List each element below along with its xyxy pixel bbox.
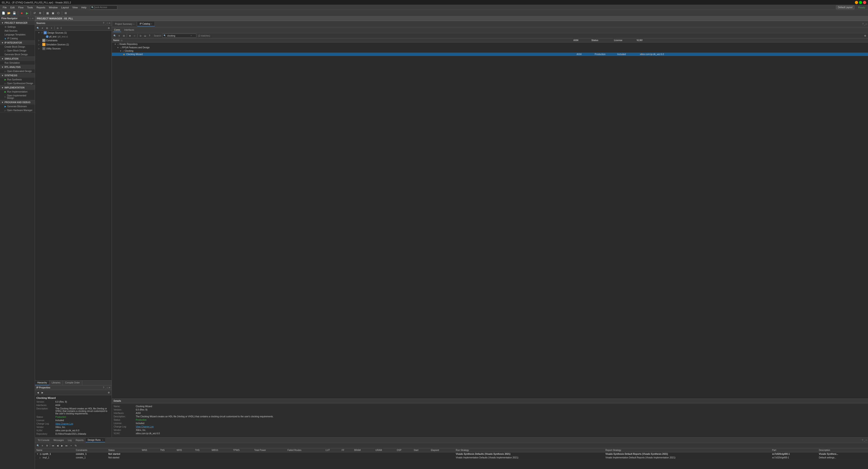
col-header-wns[interactable]: WNS — [141, 448, 159, 452]
nav-section-ip-integrator-header[interactable]: ▼ IP INTEGRATOR — [0, 41, 35, 45]
menu-flow[interactable]: Flow — [17, 6, 25, 9]
ip-catalog-expand-btn[interactable]: ⊟ — [122, 34, 126, 38]
nav-item-open-implemented-design[interactable]: ▷ Open Implemented Design — [0, 94, 35, 100]
ip-props-close-icon[interactable]: × — [109, 387, 110, 389]
btm-tab-design-runs[interactable]: Design Runs × — [86, 438, 105, 442]
menu-edit[interactable]: Edit — [8, 6, 17, 9]
tab-bar-help[interactable]: ? — [862, 23, 864, 25]
toolbar-stop[interactable]: ■ — [19, 11, 24, 15]
sources-help-icon[interactable]: ? — [103, 22, 104, 24]
sources-expand-btn[interactable]: ⊟ — [45, 26, 49, 30]
tab-project-summary-close[interactable]: × — [133, 23, 134, 25]
nav-item-generate-block-design[interactable]: Generate Block Design — [0, 53, 35, 57]
tab-hierarchy[interactable]: Hierarchy — [35, 380, 50, 385]
col-header-wbss[interactable]: WBSS — [210, 448, 231, 452]
flow-nav-close[interactable]: × — [32, 17, 33, 20]
nav-item-run-synthesis[interactable]: ▶ Run Synthesis — [0, 78, 35, 81]
tab-ip-catalog[interactable]: IP Catalog × — [137, 22, 155, 26]
minimize-button[interactable] — [855, 1, 858, 4]
ip-col-header-axi4[interactable]: AXI4 — [574, 39, 591, 41]
tree-item-pll-test[interactable]: v pll_test (pll_test.v) — [35, 35, 112, 38]
col-header-tns[interactable]: TNS — [159, 448, 175, 452]
quick-access-search[interactable]: 🔍 Quick Access — [90, 5, 117, 9]
sources-minimize-icon[interactable]: _ — [105, 22, 106, 24]
nav-section-simulation-header[interactable]: ▼ SIMULATION — [0, 57, 35, 61]
col-header-ff[interactable]: FF — [340, 448, 353, 452]
col-header-tpws[interactable]: TPWS — [231, 448, 253, 452]
nav-item-language-templates[interactable]: Language Templates — [0, 33, 35, 37]
nav-item-open-elaborated-design[interactable]: ▷ Open Elaborated Design — [0, 69, 35, 73]
menu-file[interactable]: File — [1, 6, 8, 9]
bottom-settings-btn[interactable]: ⚙ — [45, 443, 49, 447]
bottom-collapse-btn[interactable]: ≡ — [40, 443, 44, 447]
tab-ip-catalog-close[interactable]: × — [151, 23, 152, 25]
bottom-prev-btn[interactable]: ◀ — [56, 443, 60, 447]
nav-item-open-hardware-manager[interactable]: ▷ Open Hardware Manager — [0, 108, 35, 112]
ip-row-clocking-wizard[interactable]: ◈ Clocking Wizard AXI4 Production Includ… — [112, 53, 868, 56]
bottom-min-icon[interactable]: _ — [864, 439, 865, 441]
nav-item-run-simulation[interactable]: Run Simulation — [0, 61, 35, 65]
col-header-part[interactable]: Part — [771, 448, 817, 452]
flow-nav-restore[interactable]: □ — [30, 17, 31, 20]
toolbar-save[interactable]: 💾 — [12, 11, 17, 15]
toolbar-open[interactable]: 📂 — [6, 11, 11, 15]
ip-props-min-icon[interactable]: _ — [105, 387, 106, 389]
sources-close-icon[interactable]: × — [109, 22, 110, 24]
subtab-interfaces[interactable]: Interfaces — [123, 28, 135, 32]
toolbar-extra[interactable]: ⊞ — [63, 11, 68, 15]
ip-props-max-icon[interactable]: □ — [107, 387, 108, 389]
nav-section-synthesis-header[interactable]: ▼ SYNTHESIS — [0, 73, 35, 78]
sources-settings-btn[interactable]: ⚙ — [106, 26, 111, 30]
maximize-button[interactable] — [859, 1, 862, 4]
nav-item-generate-bitstream[interactable]: ▶ Generate Bitstream — [0, 104, 35, 108]
col-header-bram[interactable]: BRAM — [353, 448, 374, 452]
sources-collapse-btn[interactable]: ≡ — [40, 26, 44, 30]
synth1-expand[interactable]: ▼ — [36, 453, 39, 455]
nav-section-implementation-header[interactable]: ▼ IMPLEMENTATION — [0, 86, 35, 90]
ip-row-clocking[interactable]: ▼ ◁ Clocking — [112, 49, 868, 53]
sources-add-btn[interactable]: + — [50, 26, 54, 30]
ip-col-header-name[interactable]: Name ↑ 1 — [113, 39, 574, 41]
ip-search-input[interactable] — [167, 35, 190, 37]
btm-tab-design-runs-close[interactable]: × — [102, 439, 103, 441]
ip-search-box[interactable]: 🔍 × — [162, 34, 196, 38]
ip-catalog-search-btn[interactable]: 🔍 — [113, 34, 117, 38]
bottom-search-btn[interactable]: 🔍 — [36, 443, 40, 447]
sources-maximize-icon[interactable]: □ — [107, 22, 108, 24]
subtab-cores[interactable]: Cores — [113, 28, 121, 32]
col-header-run-strategy[interactable]: Run Strategy — [454, 448, 604, 452]
ip-props-fwd-btn[interactable]: ▶ — [40, 391, 44, 395]
col-header-status[interactable]: Status — [107, 448, 141, 452]
tree-item-utility-sources[interactable]: ▷ U Utility Sources — [35, 46, 112, 51]
tree-item-design-sources[interactable]: ▼ ▽ D Design Sources (1) — [35, 31, 112, 35]
bottom-max-icon[interactable]: □ — [866, 439, 867, 441]
col-header-ths[interactable]: THS — [194, 448, 210, 452]
menu-view[interactable]: View — [70, 6, 80, 9]
toolbar-run[interactable]: ▶ — [25, 11, 30, 15]
nav-section-rtl-analysis-header[interactable]: ▼ RTL ANALYSIS — [0, 65, 35, 69]
ip-props-settings-btn[interactable]: ⚙ — [106, 391, 111, 395]
col-header-failed-routes[interactable]: Failed Routes — [286, 448, 324, 452]
tab-libraries[interactable]: Libraries — [50, 380, 63, 385]
col-header-lut[interactable]: LUT — [324, 448, 340, 452]
nav-item-ip-catalog[interactable]: ◈ IP Catalog — [0, 37, 35, 40]
btm-tab-reports[interactable]: Reports — [74, 438, 85, 442]
ip-catalog-repos-btn[interactable]: 🗂 — [143, 34, 147, 38]
ip-props-back-btn[interactable]: ◀ — [36, 391, 40, 395]
ip-catalog-question-btn[interactable]: ? — [148, 34, 152, 38]
close-button[interactable] — [863, 1, 866, 4]
col-header-whs[interactable]: WHS — [175, 448, 194, 452]
nav-item-open-synthesized-design[interactable]: ▷ Open Synthesized Design — [0, 81, 35, 85]
ip-catalog-star-btn[interactable]: ☆ — [132, 34, 136, 38]
bottom-first-btn[interactable]: ⏮ — [51, 443, 55, 447]
nav-item-add-sources[interactable]: Add Sources — [0, 29, 35, 33]
toolbar-impl[interactable]: ▣ — [51, 11, 55, 15]
menu-window[interactable]: Window — [47, 6, 59, 9]
ip-props-help-icon[interactable]: ? — [103, 387, 104, 389]
bottom-help-icon[interactable]: ? — [862, 439, 863, 441]
tab-bar-max[interactable]: □ — [866, 23, 867, 25]
ip-row-vivado-repo[interactable]: ▼ ◁ Vivado Repository — [112, 42, 868, 46]
detail-changelog-link[interactable]: View Change Log — [136, 426, 154, 428]
nav-section-project-manager-header[interactable]: ▼ PROJECT MANAGER — [0, 21, 35, 25]
menu-help[interactable]: Help — [80, 6, 88, 9]
